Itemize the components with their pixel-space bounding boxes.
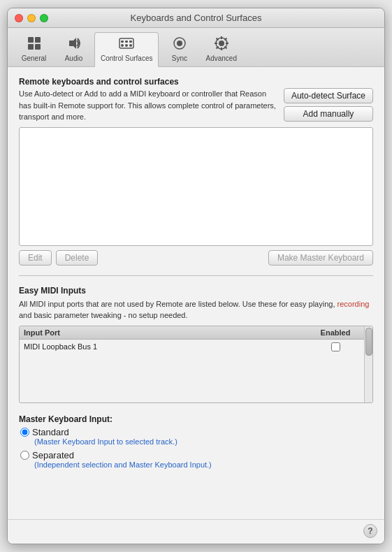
remote-section-title: Remote keyboards and control surfaces	[19, 77, 373, 87]
tab-general[interactable]: General	[15, 33, 53, 66]
enabled-checkbox[interactable]	[331, 342, 340, 351]
radio-separated-label[interactable]: Separated	[32, 450, 74, 460]
svg-point-10	[125, 44, 128, 47]
audio-icon	[66, 36, 82, 53]
port-name: MIDI Loopback Bus 1	[24, 342, 311, 351]
main-window: Keyboards and Control Surfaces General	[7, 8, 385, 544]
surface-list[interactable]	[19, 127, 373, 246]
titlebar: Keyboards and Control Surfaces	[8, 8, 384, 28]
easy-midi-desc-red: recording	[337, 300, 370, 308]
tab-control-surfaces-label: Control Surfaces	[101, 55, 152, 62]
radio-separated-sub: (Independent selection and Master Keyboa…	[34, 460, 373, 469]
radio-separated-row: Separated	[20, 450, 373, 460]
svg-rect-6	[121, 41, 124, 43]
help-button[interactable]: ?	[363, 524, 377, 538]
minimize-button[interactable]	[27, 14, 36, 22]
top-section: Use Auto-detect or Add to add a MIDI key…	[19, 88, 373, 123]
svg-rect-7	[125, 41, 128, 43]
footer: ?	[8, 519, 384, 544]
close-button[interactable]	[15, 14, 23, 22]
remote-desc-part1: Use Auto-detect or Add to add a MIDI key…	[19, 89, 240, 98]
svg-point-13	[177, 41, 182, 46]
radio-standard-input[interactable]	[20, 428, 29, 437]
master-keyboard-title: Master Keyboard Input:	[19, 414, 373, 424]
radio-standard-row: Standard	[20, 427, 373, 437]
make-master-button[interactable]: Make Master Keyboard	[268, 250, 373, 266]
table-row: MIDI Loopback Bus 1	[20, 340, 364, 354]
remote-section: Remote keyboards and control surfaces Us…	[19, 77, 373, 266]
svg-point-9	[121, 44, 124, 47]
action-buttons: Auto-detect Surface Add manually	[284, 88, 373, 122]
easy-midi-desc-part2: and basic parameter tweaking - no setup …	[19, 311, 188, 319]
tab-advanced[interactable]: Advanced	[200, 33, 242, 66]
svg-rect-0	[28, 37, 34, 43]
bottom-buttons: Edit Delete Make Master Keyboard	[19, 250, 373, 266]
svg-point-11	[129, 44, 132, 47]
traffic-lights	[15, 14, 48, 22]
edit-button[interactable]: Edit	[19, 250, 52, 266]
maximize-button[interactable]	[40, 14, 48, 22]
easy-midi-description: All MIDI input ports that are not used b…	[19, 298, 373, 321]
radio-group: Standard (Master Keyboard Input to selec…	[19, 427, 373, 469]
content-area: Remote keyboards and control surfaces Us…	[8, 67, 384, 519]
control-surfaces-icon	[119, 36, 134, 53]
tab-sync-label: Sync	[172, 55, 187, 62]
delete-button[interactable]: Delete	[56, 250, 99, 266]
easy-midi-title: Easy MIDI Inputs	[19, 286, 373, 296]
master-keyboard-section: Master Keyboard Input: Standard (Master …	[19, 414, 373, 469]
scrollbar-thumb	[365, 328, 372, 356]
input-table: Input Port Enabled MIDI Loopback Bus 1	[20, 326, 364, 402]
table-header: Input Port Enabled	[20, 326, 364, 340]
auto-detect-button[interactable]: Auto-detect Surface	[284, 88, 373, 103]
radio-separated: Separated (Independent selection and Mas…	[20, 450, 373, 469]
divider	[19, 275, 373, 276]
general-icon	[27, 36, 42, 53]
toolbar: General Audio	[8, 28, 384, 67]
remote-description: Use Auto-detect or Add to add a MIDI key…	[19, 88, 277, 123]
svg-marker-4	[69, 38, 76, 49]
col-port-header: Input Port	[24, 328, 311, 337]
svg-rect-8	[129, 41, 132, 43]
window-title: Keyboards and Control Surfaces	[131, 13, 262, 23]
tab-sync[interactable]: Sync	[160, 33, 198, 66]
svg-rect-2	[28, 44, 34, 50]
sync-icon	[172, 36, 187, 53]
radio-standard: Standard (Master Keyboard Input to selec…	[20, 427, 373, 446]
input-table-container: Input Port Enabled MIDI Loopback Bus 1	[19, 326, 373, 403]
add-manually-button[interactable]: Add manually	[284, 106, 373, 122]
easy-midi-desc-part1: All MIDI input ports that are not used b…	[19, 300, 337, 308]
tab-audio[interactable]: Audio	[55, 33, 93, 66]
enabled-cell	[311, 342, 360, 351]
svg-rect-1	[35, 37, 41, 43]
tab-advanced-label: Advanced	[205, 55, 236, 62]
radio-standard-label[interactable]: Standard	[32, 427, 69, 437]
tab-general-label: General	[22, 55, 47, 62]
tab-control-surfaces[interactable]: Control Surfaces	[94, 32, 159, 67]
radio-separated-input[interactable]	[20, 451, 29, 460]
col-enabled-header: Enabled	[311, 328, 360, 337]
scrollbar[interactable]	[364, 326, 372, 402]
table-body: MIDI Loopback Bus 1	[20, 340, 364, 402]
svg-rect-3	[35, 44, 41, 50]
svg-point-14	[219, 41, 224, 46]
tab-audio-label: Audio	[65, 55, 83, 62]
advanced-icon	[214, 36, 229, 53]
radio-standard-sub: (Master Keyboard Input to selected track…	[34, 437, 373, 446]
easy-midi-section: Easy MIDI Inputs All MIDI input ports th…	[19, 286, 373, 403]
